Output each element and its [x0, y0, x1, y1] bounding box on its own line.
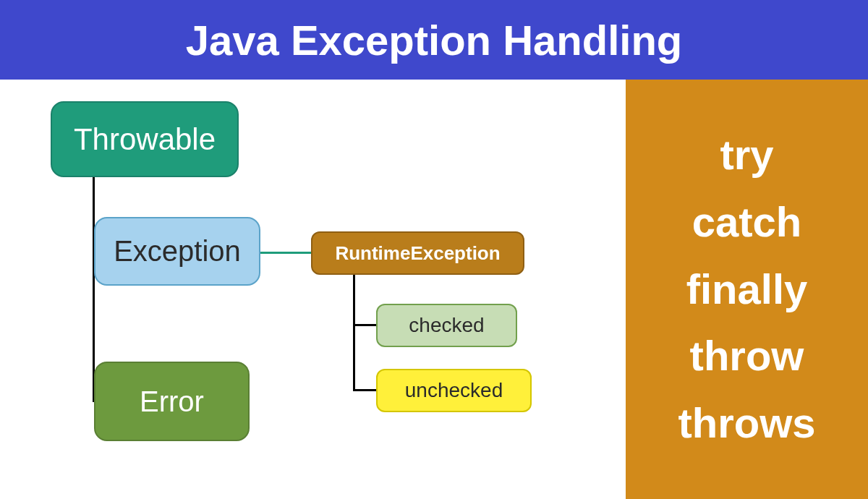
node-error: Error	[94, 362, 250, 441]
node-checked: checked	[376, 304, 517, 347]
connector-line	[353, 389, 376, 391]
node-throwable: Throwable	[51, 101, 239, 177]
keyword-try: try	[720, 121, 773, 189]
connector-line	[260, 252, 311, 254]
node-error-label: Error	[140, 385, 204, 418]
node-exception-label: Exception	[114, 235, 241, 268]
keyword-finally: finally	[686, 256, 808, 323]
header-title: Java Exception Handling	[186, 16, 683, 64]
node-exception: Exception	[94, 217, 260, 286]
exception-hierarchy-diagram: Throwable Exception Error RuntimeExcepti…	[0, 80, 626, 499]
connector-line	[353, 275, 355, 391]
keyword-throws: throws	[678, 390, 815, 457]
node-checked-label: checked	[409, 314, 484, 337]
node-runtime-exception-label: RuntimeException	[335, 242, 500, 265]
connector-line	[353, 324, 376, 326]
keyword-catch: catch	[692, 189, 802, 256]
keywords-sidebar: try catch finally throw throws	[626, 80, 868, 499]
node-runtime-exception: RuntimeException	[311, 231, 524, 275]
node-unchecked-label: unchecked	[405, 379, 503, 402]
connector-line	[93, 177, 95, 401]
keyword-throw: throw	[690, 323, 804, 390]
header-banner: Java Exception Handling	[0, 0, 868, 80]
node-throwable-label: Throwable	[74, 122, 216, 157]
node-unchecked: unchecked	[376, 369, 532, 412]
